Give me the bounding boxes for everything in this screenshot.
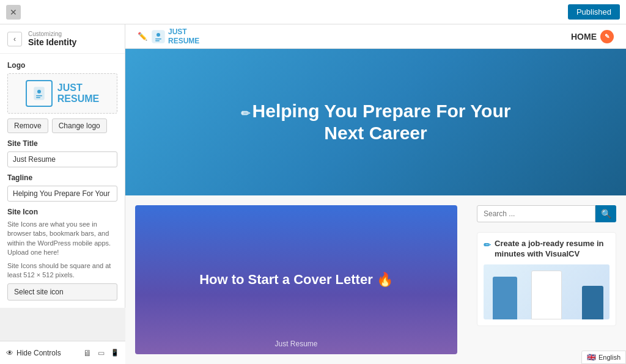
- language-badge[interactable]: 🇬🇧 English: [581, 351, 626, 364]
- hero-content: ✏Helping You Prepare For Your Next Caree…: [223, 100, 529, 144]
- svg-rect-7: [155, 40, 160, 42]
- hero-title: ✏Helping You Prepare For Your Next Caree…: [223, 100, 529, 144]
- search-button[interactable]: 🔍: [595, 205, 616, 222]
- logo-image: JUST RESUME: [26, 80, 99, 107]
- published-button[interactable]: Published: [568, 4, 620, 20]
- tagline-label: Tagline: [7, 173, 117, 182]
- language-label: English: [598, 354, 620, 361]
- main-layout: ‹ Customizing Site Identity Logo: [0, 24, 626, 364]
- select-site-icon-button[interactable]: Select site icon: [7, 283, 117, 300]
- bottom-bar: 👁 Hide Controls 🖥 ▭ 📱: [0, 341, 125, 364]
- nav-logo-icon: [151, 29, 166, 44]
- figure-middle: [531, 271, 562, 319]
- hide-controls-button[interactable]: 👁 Hide Controls: [6, 349, 61, 357]
- site-icon-note2: Site Icons should be square and at least…: [7, 261, 117, 280]
- figure-right: [582, 286, 603, 319]
- section-title: Site Identity: [28, 37, 76, 47]
- sidebar: ‹ Customizing Site Identity Logo: [0, 24, 125, 308]
- figure-left: [493, 277, 517, 319]
- post-card-brand: Just Resume: [274, 340, 317, 348]
- search-row: 🔍: [477, 205, 616, 222]
- logo-btn-row: Remove Change logo: [7, 118, 117, 133]
- svg-point-5: [156, 33, 160, 37]
- site-icon-label: Site Icon: [7, 208, 117, 216]
- flag-icon: 🇬🇧: [587, 353, 596, 362]
- logo-area: JUST RESUME: [7, 73, 117, 114]
- cta-image: [484, 264, 609, 319]
- preview-nav-home: HOME ✎: [571, 30, 614, 43]
- svg-rect-3: [36, 97, 40, 98]
- back-button[interactable]: ‹: [7, 32, 22, 46]
- home-circle-icon: ✎: [600, 30, 614, 43]
- svg-rect-2: [36, 95, 42, 96]
- site-icon-note1: Site Icons are what you see in browser t…: [7, 220, 117, 258]
- search-input[interactable]: [477, 205, 595, 222]
- preview-nav-brand: JUST RESUME: [168, 27, 199, 45]
- site-title-label: Site Title: [7, 139, 117, 148]
- widget-cta: ✏ Create a job-ready resume in minutes w…: [477, 232, 616, 326]
- sidebar-header: ‹ Customizing Site Identity: [0, 24, 125, 54]
- logo-just: JUST: [57, 82, 99, 93]
- logo-text: JUST RESUME: [57, 82, 99, 104]
- preview-nav: ✏️ JUST RESUME HOME ✎: [125, 24, 626, 49]
- sidebar-title-group: Customizing Site Identity: [28, 31, 76, 47]
- remove-logo-button[interactable]: Remove: [7, 118, 48, 133]
- post-card-title: How to Start a Cover Letter 🔥: [187, 259, 405, 301]
- svg-rect-6: [155, 38, 161, 40]
- hero-section: ✏Helping You Prepare For Your Next Caree…: [125, 49, 626, 195]
- site-title-input[interactable]: [7, 151, 117, 167]
- logo-resume: RESUME: [57, 93, 99, 104]
- sidebar-wrapper: ‹ Customizing Site Identity Logo: [0, 24, 125, 364]
- hero-edit-icon: ✏: [241, 107, 250, 120]
- tagline-input[interactable]: [7, 186, 117, 202]
- hide-controls-label: Hide Controls: [17, 349, 61, 357]
- close-button[interactable]: ✕: [6, 5, 21, 20]
- desktop-icon[interactable]: 🖥: [83, 348, 92, 358]
- widget-sidebar: 🔍 ✏ Create a job-ready resume in minutes…: [467, 195, 626, 364]
- preview-content: How to Start a Cover Letter 🔥 Just Resum…: [125, 195, 626, 364]
- preview-nav-logo: ✏️ JUST RESUME: [138, 27, 199, 45]
- preview-area: ✏️ JUST RESUME HOME ✎: [125, 24, 626, 364]
- customizing-label: Customizing: [28, 31, 76, 37]
- tablet-icon[interactable]: ▭: [98, 349, 105, 357]
- sidebar-content: Logo JUST: [0, 54, 125, 308]
- preview-nav-pencil-icon: ✏️: [138, 32, 147, 41]
- widget-cta-title: ✏ Create a job-ready resume in minutes w…: [484, 239, 609, 260]
- widget-cta-icon: ✏: [484, 239, 491, 250]
- logo-label: Logo: [7, 61, 117, 70]
- eye-icon: 👁: [6, 349, 13, 357]
- svg-point-1: [37, 90, 41, 93]
- logo-icon-box: [26, 80, 53, 107]
- logo-icon-svg: [31, 85, 48, 102]
- mobile-icon[interactable]: 📱: [111, 349, 119, 357]
- change-logo-button[interactable]: Change logo: [52, 118, 107, 133]
- post-card-emoji: 🔥: [377, 272, 393, 287]
- top-toolbar: ✕ Published: [0, 0, 626, 24]
- post-card: How to Start a Cover Letter 🔥 Just Resum…: [135, 205, 457, 354]
